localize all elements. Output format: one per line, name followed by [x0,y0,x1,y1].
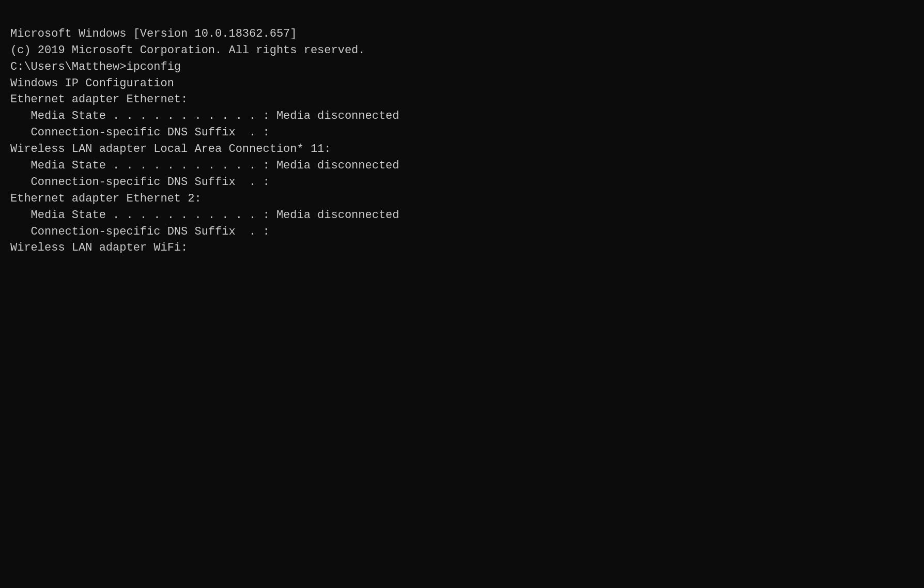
line-16: Media State . . . . . . . . . . . : Medi… [10,158,914,174]
line-02: (c) 2019 Microsoft Corporation. All righ… [10,42,914,59]
line-12: Connection-specific DNS Suffix . : [10,125,914,141]
line-22: Connection-specific DNS Suffix . : [10,224,914,240]
line-04: C:\Users\Matthew>ipconfig [10,59,914,75]
line-17: Connection-specific DNS Suffix . : [10,174,914,191]
line-11: Media State . . . . . . . . . . . : Medi… [10,108,914,125]
line-06: Windows IP Configuration [10,75,914,92]
terminal-window: Microsoft Windows [Version 10.0.18362.65… [10,9,914,256]
line-14: Wireless LAN adapter Local Area Connecti… [10,141,914,158]
line-09: Ethernet adapter Ethernet: [10,91,914,108]
line-24: Wireless LAN adapter WiFi: [10,240,914,256]
line-01: Microsoft Windows [Version 10.0.18362.65… [10,26,914,42]
line-21: Media State . . . . . . . . . . . : Medi… [10,207,914,224]
line-19: Ethernet adapter Ethernet 2: [10,191,914,207]
